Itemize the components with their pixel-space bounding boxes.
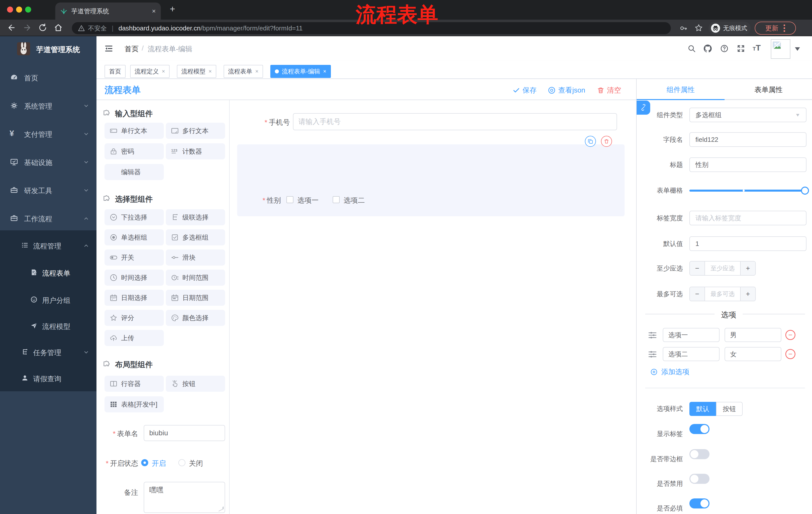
option-1-label-input[interactable]: 选项一 [663, 328, 720, 342]
phone-input[interactable]: 请输入手机号 [293, 113, 617, 130]
stepper-minus[interactable]: − [690, 262, 704, 275]
clear-button[interactable]: 清空 [597, 85, 621, 95]
default-value-input[interactable]: 1 [689, 236, 807, 251]
component-slider[interactable]: 滑块 [166, 249, 225, 266]
tab-form-props[interactable]: 表单属性 [725, 85, 812, 94]
min-select-stepper[interactable]: − 至少应选 + [689, 261, 756, 276]
remove-option-1-button[interactable]: − [785, 330, 795, 340]
component-row-container[interactable]: 行容器 [105, 376, 164, 392]
drag-handle-icon[interactable] [648, 330, 657, 340]
hamburger-collapse-icon[interactable] [105, 44, 113, 53]
tag-chip-process-definition[interactable]: 流程定义× [130, 65, 170, 78]
sidebar-item-user-group[interactable]: 用户分组 [0, 293, 96, 306]
component-rate[interactable]: 评分 [105, 310, 164, 326]
tab-close-icon[interactable]: × [152, 7, 156, 15]
option-1-value-input[interactable]: 男 [725, 328, 781, 342]
selected-component-block[interactable]: *性别 选项一 选项二 [237, 144, 625, 216]
sidebar-item-workflow[interactable]: 工作流程 [0, 212, 96, 225]
tag-chip-home[interactable]: 首页 [105, 65, 126, 78]
max-select-stepper[interactable]: − 最多可选 + [689, 287, 756, 301]
component-color-picker[interactable]: 颜色选择 [166, 310, 225, 326]
copy-component-button[interactable] [585, 136, 596, 147]
component-counter[interactable]: 123 计数器 [166, 143, 225, 159]
view-json-button[interactable]: 查看json [548, 85, 585, 95]
component-time-range[interactable]: 时间范围 [166, 270, 225, 286]
reload-icon[interactable] [38, 23, 47, 32]
component-button[interactable]: 按钮 [166, 376, 225, 392]
required-toggle[interactable] [689, 498, 709, 509]
stepper-minus[interactable]: − [690, 287, 704, 301]
component-single-text[interactable]: 单行文本 [105, 123, 164, 139]
not-secure-icon[interactable] [78, 25, 85, 32]
border-toggle[interactable] [689, 449, 709, 459]
gender-checkbox-1[interactable] [286, 196, 293, 203]
gender-option-2-label[interactable]: 选项二 [344, 196, 365, 205]
gender-checkbox-2[interactable] [332, 196, 340, 203]
component-select[interactable]: 下拉选择 [105, 209, 164, 225]
tag-close-icon[interactable]: × [255, 68, 259, 75]
component-password[interactable]: 密码 [105, 143, 164, 159]
save-button[interactable]: 保存 [513, 85, 536, 95]
update-menu-button[interactable]: 更新 [755, 22, 796, 35]
breadcrumb-home[interactable]: 首页 [125, 44, 139, 54]
tab-component-props[interactable]: 组件属性 [637, 85, 725, 94]
sidebar-item-process-form[interactable]: 流程表单 [0, 266, 96, 279]
delete-component-button[interactable] [601, 136, 612, 147]
password-key-icon[interactable] [679, 24, 687, 32]
component-radio-group[interactable]: 单选框组 [105, 229, 164, 245]
new-tab-button[interactable]: + [170, 4, 175, 13]
tag-close-icon[interactable]: × [208, 68, 212, 75]
avatar[interactable] [771, 39, 790, 59]
font-size-icon[interactable]: TT [753, 43, 761, 53]
traffic-close-button[interactable] [7, 6, 13, 12]
bookmark-star-icon[interactable] [694, 24, 703, 32]
sidebar-item-home[interactable]: 首页 [0, 71, 96, 84]
sidebar-item-process-model[interactable]: 流程模型 [0, 319, 96, 332]
style-default-button[interactable]: 默认 [689, 402, 716, 416]
component-multi-text[interactable]: 多行文本 [166, 123, 225, 139]
field-name-input[interactable]: field122 [689, 132, 807, 147]
style-button-button[interactable]: 按钮 [716, 402, 743, 416]
tag-chip-process-form[interactable]: 流程表单× [224, 65, 263, 78]
status-on-label[interactable]: 开启 [152, 459, 166, 468]
home-icon[interactable] [54, 23, 63, 32]
drag-handle-icon[interactable] [648, 350, 657, 359]
caret-down-icon[interactable] [795, 47, 800, 51]
component-time-picker[interactable]: 时间选择 [105, 270, 164, 286]
disabled-toggle[interactable] [689, 474, 709, 484]
form-name-input[interactable]: biubiu [144, 425, 225, 441]
tag-chip-process-form-edit[interactable]: 流程表单-编辑× [270, 65, 331, 78]
traffic-minimize-button[interactable] [16, 6, 22, 12]
component-type-select[interactable]: 多选框组▼ [689, 108, 807, 122]
traffic-zoom-button[interactable] [25, 6, 31, 12]
option-2-value-input[interactable]: 女 [725, 347, 781, 361]
tag-chip-process-model[interactable]: 流程模型× [177, 65, 216, 78]
status-radio-off[interactable] [178, 459, 185, 466]
forward-icon[interactable] [23, 23, 32, 32]
remove-option-2-button[interactable]: − [785, 349, 795, 359]
stepper-plus[interactable]: + [741, 287, 755, 301]
status-off-label[interactable]: 关闭 [189, 459, 203, 468]
sidebar-item-payment[interactable]: ¥ 支付管理 [0, 127, 96, 140]
component-cascader[interactable]: 级联选择 [166, 209, 225, 225]
gender-option-1-label[interactable]: 选项一 [297, 196, 319, 205]
grid-slider[interactable] [689, 190, 805, 192]
status-radio-on[interactable] [141, 459, 148, 466]
resize-handle[interactable] [219, 507, 224, 512]
sidebar-item-leave-query[interactable]: 请假查询 [0, 372, 96, 385]
component-checkbox-group[interactable]: 多选框组 [166, 229, 225, 245]
component-table[interactable]: 表格[开发中] [105, 396, 164, 412]
sidebar-item-infra[interactable]: 基础设施 [0, 155, 96, 168]
component-date-range[interactable]: 日期范围 [166, 290, 225, 306]
search-icon[interactable] [687, 44, 696, 53]
tag-close-icon[interactable]: × [162, 68, 165, 75]
add-option-button[interactable]: 添加选项 [650, 367, 689, 377]
remark-textarea[interactable]: 嘿嘿 [144, 482, 225, 513]
github-icon[interactable] [703, 44, 713, 53]
tag-close-icon[interactable]: × [323, 68, 326, 75]
sidebar-item-system[interactable]: 系统管理 [0, 99, 96, 112]
slider-handle[interactable] [801, 187, 809, 195]
back-icon[interactable] [7, 23, 16, 32]
help-icon[interactable] [720, 44, 729, 53]
show-label-toggle[interactable] [689, 424, 709, 434]
